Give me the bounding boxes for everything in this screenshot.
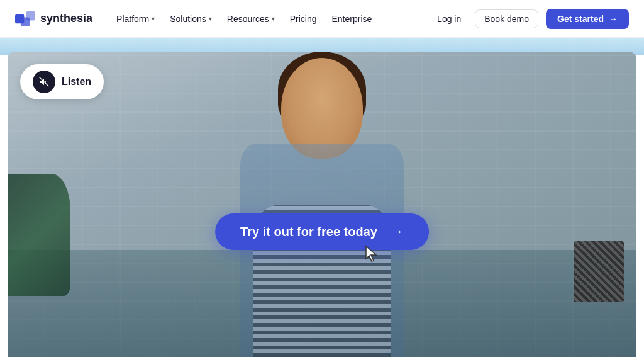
logo-text: synthesia	[40, 12, 92, 25]
person	[203, 52, 441, 357]
login-button[interactable]: Log in	[431, 10, 467, 28]
pillow-decoration	[574, 241, 624, 302]
resources-chevron-icon: ▾	[272, 15, 275, 22]
nav-link-pricing[interactable]: Pricing	[284, 10, 323, 28]
solutions-chevron-icon: ▾	[209, 15, 212, 22]
nav-link-platform[interactable]: Platform ▾	[110, 10, 161, 28]
cta-button[interactable]: Try it out for free today →	[215, 213, 429, 250]
svg-rect-2	[21, 17, 30, 26]
nav-link-platform-label: Platform	[116, 14, 149, 24]
hero-section: Listen Try it out for free today →	[0, 38, 644, 357]
listen-label: Listen	[62, 76, 91, 88]
mute-icon	[33, 71, 55, 93]
cta-arrow-icon: →	[390, 224, 404, 240]
nav-link-resources[interactable]: Resources ▾	[221, 10, 281, 28]
book-demo-button[interactable]: Book demo	[475, 9, 538, 28]
get-started-arrow-icon: →	[609, 14, 618, 24]
person-overalls	[240, 144, 404, 358]
plant-decoration	[8, 174, 70, 296]
navbar: synthesia Platform ▾ Solutions ▾ Resourc…	[0, 0, 644, 38]
nav-link-resources-label: Resources	[227, 14, 269, 24]
video-container: Listen Try it out for free today →	[8, 52, 636, 357]
synthesia-logo-icon	[15, 11, 35, 26]
logo[interactable]: synthesia	[15, 11, 92, 26]
nav-link-pricing-label: Pricing	[290, 14, 317, 24]
nav-right: Log in Book demo Get started →	[431, 9, 629, 29]
get-started-label: Get started	[557, 14, 604, 24]
nav-links: Platform ▾ Solutions ▾ Resources ▾ Prici…	[110, 10, 431, 28]
cta-label: Try it out for free today	[240, 225, 377, 239]
get-started-button[interactable]: Get started →	[546, 9, 629, 29]
nav-link-enterprise[interactable]: Enterprise	[325, 10, 378, 28]
listen-button[interactable]: Listen	[20, 64, 104, 99]
nav-link-enterprise-label: Enterprise	[331, 14, 372, 24]
nav-link-solutions[interactable]: Solutions ▾	[164, 10, 218, 28]
platform-chevron-icon: ▾	[152, 15, 155, 22]
nav-link-solutions-label: Solutions	[170, 14, 206, 24]
